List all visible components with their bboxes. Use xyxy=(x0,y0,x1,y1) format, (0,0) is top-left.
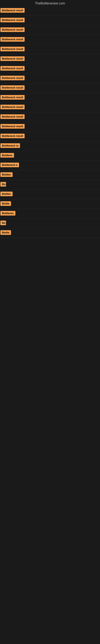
result-row: Bottleneck result xyxy=(0,54,100,64)
result-row: Bottleneck result xyxy=(0,112,100,122)
result-row: Bottleneck result xyxy=(0,45,100,54)
site-title: TheBottlenecker.com xyxy=(0,0,100,6)
bottleneck-label[interactable]: Bo xyxy=(0,182,6,186)
result-row: Bottleneck result xyxy=(0,93,100,103)
bottleneck-label[interactable]: Bottlene xyxy=(0,153,14,158)
bottleneck-label[interactable]: Bottlen xyxy=(0,192,13,196)
result-row: Bottleneck e xyxy=(0,160,100,170)
result-row: Bottle xyxy=(0,228,100,238)
bottleneck-label[interactable]: Bottleneck result xyxy=(0,134,25,138)
result-row: Bottle xyxy=(0,199,100,209)
result-row: Bottlenec xyxy=(0,209,100,218)
result-row: Bottleneck result xyxy=(0,103,100,112)
result-row: Bottleneck re xyxy=(0,141,100,151)
bottleneck-label[interactable]: Bottleneck result xyxy=(0,105,25,109)
bottleneck-label[interactable]: Bottleneck result xyxy=(0,47,25,51)
result-row: Bottleneck result xyxy=(0,74,100,83)
bottleneck-label[interactable]: Bottle xyxy=(0,230,11,235)
result-row: Bottleneck result xyxy=(0,16,100,25)
bottleneck-label[interactable]: Bottleneck result xyxy=(0,124,25,128)
result-row: Bottleneck result xyxy=(0,83,100,93)
bottleneck-label[interactable]: Bottleneck e xyxy=(0,162,19,167)
result-row: Bottlen xyxy=(0,190,100,199)
result-row: Bottleneck result xyxy=(0,132,100,141)
bottleneck-label[interactable]: Bottleneck result xyxy=(0,56,25,61)
bottleneck-label[interactable]: Bottleneck result xyxy=(0,114,25,119)
bottleneck-label[interactable]: Bottleneck result xyxy=(0,76,25,80)
bottleneck-label[interactable]: Bottleneck result xyxy=(0,18,25,22)
bottleneck-label[interactable]: Bottleneck result xyxy=(0,85,25,90)
result-row: Bottlene xyxy=(0,151,100,160)
results-container: Bottleneck resultBottleneck resultBottle… xyxy=(0,6,100,238)
result-row: Bo xyxy=(0,218,100,228)
bottleneck-label[interactable]: Bottleneck result xyxy=(0,27,25,32)
bottleneck-label[interactable]: Bottleneck result xyxy=(0,66,25,71)
bottleneck-label[interactable]: Bottle xyxy=(0,201,11,206)
bottleneck-label[interactable]: Bottlenec xyxy=(0,211,15,216)
result-row: Bottleneck result xyxy=(0,64,100,74)
result-row: Bottleneck result xyxy=(0,122,100,132)
bottleneck-label[interactable]: Bottleneck result xyxy=(0,8,25,13)
bottleneck-label[interactable]: Bottleneck result xyxy=(0,95,25,100)
bottleneck-label[interactable]: Bottlen xyxy=(0,172,13,177)
result-row: Bo xyxy=(0,180,100,190)
result-row: Bottleneck result xyxy=(0,25,100,35)
result-row: Bottleneck result xyxy=(0,6,100,16)
bottleneck-label[interactable]: Bo xyxy=(0,220,6,225)
bottleneck-label[interactable]: Bottleneck result xyxy=(0,37,25,42)
result-row: Bottleneck result xyxy=(0,35,100,45)
result-row: Bottlen xyxy=(0,170,100,180)
bottleneck-label[interactable]: Bottleneck re xyxy=(0,143,20,148)
